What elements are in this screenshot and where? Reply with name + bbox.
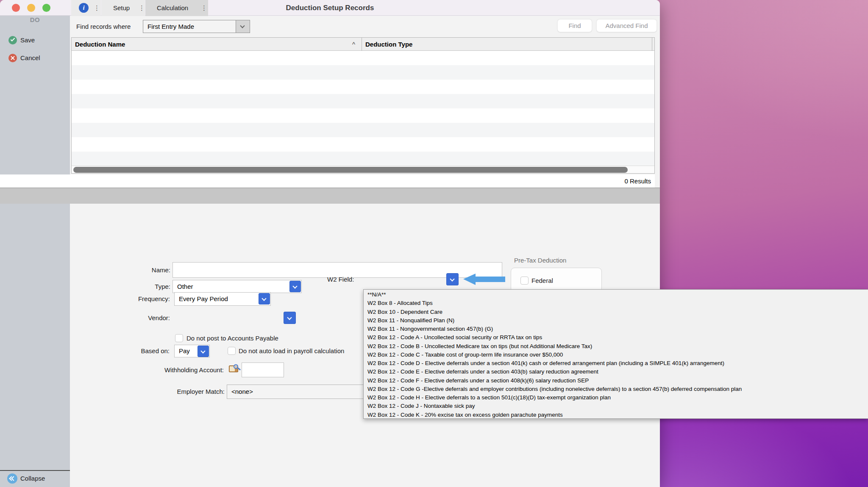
sidebar [0,16,70,487]
results-count: 0 Results [624,174,651,188]
type-chevron-down-icon[interactable] [289,281,301,292]
results-strip: 0 Results [0,174,655,188]
tab-info[interactable]: i ⋮ [71,0,101,16]
account-lookup-icon[interactable] [229,364,240,373]
withholding-account-input[interactable] [242,362,284,377]
tab-menu-icon[interactable]: ⋮ [201,0,207,16]
tab-bar [0,188,660,204]
find-records-where-label: Find records where [76,20,131,33]
w2-dropdown-option[interactable]: W2 Box 10 - Dependent Care [364,308,868,316]
save-check-icon[interactable] [8,36,17,44]
employer-match-label: Employer Match: [140,385,225,399]
info-icon[interactable]: i [79,3,89,13]
find-criteria-dropdown[interactable]: First Entry Made [143,20,250,33]
frequency-chevron-down-icon[interactable] [259,293,270,304]
frequency-label: Frequency: [119,292,170,306]
w2-dropdown-option[interactable]: W2 Box 8 - Allocated Tips [364,299,868,307]
withholding-account-label: Withholding Account: [139,362,224,377]
records-table: Deduction Name ^ Deduction Type [71,37,655,174]
w2-dropdown-option[interactable]: W2 Box 12 - Code A - Uncollected social … [364,333,868,342]
no-post-ap-label: Do not post to Accounts Payable [186,334,278,342]
collapse-button[interactable]: Collapse [20,474,45,483]
chevron-down-icon[interactable] [236,20,250,33]
horizontal-scrollbar[interactable] [72,166,654,173]
w2-dropdown-option[interactable]: W2 Box 12 - Code K - 20% excise tax on e… [364,411,868,419]
w2-dropdown-option[interactable]: W2 Box 12 - Code G -Elective deferrals a… [364,385,868,393]
table-body-empty [72,51,654,166]
advanced-find-button[interactable]: Advanced Find [596,19,657,32]
federal-checkbox[interactable] [520,277,529,285]
no-auto-load-label: Do not auto load in payroll calculation [239,347,344,355]
based-on-chevron-down-icon[interactable] [198,346,209,357]
w2-dropdown-option[interactable]: W2 Box 12 - Code D - Elective deferrals … [364,359,868,368]
type-dropdown[interactable]: Other [172,280,302,293]
w2-field-chevron-down-icon[interactable] [446,273,459,285]
w2-dropdown-option[interactable]: W2 Box 11 - Nonqualified Plan (N) [364,316,868,325]
w2-dropdown-option[interactable]: W2 Box 12 - Code E - Elective deferrals … [364,368,868,376]
find-criteria-value: First Entry Made [147,20,194,33]
tab-setup-label: Setup [113,0,130,16]
w2-dropdown-option[interactable]: W2 Box 12 - Code H - Elective deferrals … [364,393,868,402]
w2-dropdown-option[interactable]: W2 Box 12 - Code B - Uncollected Medicar… [364,342,868,351]
no-post-ap-checkbox[interactable] [175,334,183,342]
frequency-dropdown[interactable]: Every Pay Period [174,292,271,306]
tab-menu-icon[interactable]: ⋮ [94,0,100,16]
sort-ascending-icon[interactable]: ^ [352,38,355,51]
w2-dropdown-option[interactable]: W2 Box 12 - Code F - Elective deferrals … [364,376,868,385]
desktop-wallpaper: Deduction Setup Records DO Save Cancel C… [0,0,868,487]
tab-setup[interactable]: Setup ⋮ [101,0,145,16]
save-button[interactable]: Save [20,36,35,44]
based-on-label: Based on: [118,345,170,357]
w2-dropdown-option[interactable]: W2 Box 12 - Code C - Taxable cost of gro… [364,351,868,359]
type-label: Type: [127,280,170,293]
name-label: Name: [127,262,170,278]
pretax-section-label: Pre-Tax Deduction [514,257,566,264]
annotation-arrow-shaft [475,277,505,282]
w2-dropdown-option[interactable]: W2 Box 12 - Code J - Nontaxable sick pay [364,402,868,410]
horizontal-scrollbar-thumb[interactable] [73,167,628,173]
cancel-x-icon[interactable] [8,54,17,62]
w2-field-label: W2 Field: [327,273,361,285]
tab-menu-icon[interactable]: ⋮ [139,0,145,16]
w2-dropdown-option[interactable]: W2 Box 11 - Nongovernmental section 457(… [364,325,868,333]
w2-dropdown-option[interactable]: **N/A** [364,291,868,299]
vendor-label: Vendor: [119,312,170,324]
vendor-chevron-down-icon[interactable] [284,312,296,324]
column-header-deduction-name[interactable]: Deduction Name [75,38,125,51]
annotation-arrow-left-icon [463,274,476,285]
find-button[interactable]: Find [557,19,592,32]
w2-field-dropdown-list: **N/A**W2 Box 8 - Allocated TipsW2 Box 1… [363,289,868,419]
column-header-deduction-type[interactable]: Deduction Type [365,38,412,51]
tab-calculation-label: Calculation [157,0,188,16]
no-auto-load-checkbox[interactable] [228,347,236,355]
sidebar-group-label: DO [0,16,70,23]
cancel-button[interactable]: Cancel [20,54,40,62]
table-header-row: Deduction Name ^ Deduction Type [72,38,654,51]
tab-calculation[interactable]: Calculation ⋮ [145,0,208,16]
federal-label: Federal [531,277,553,285]
collapse-chevrons-icon[interactable] [7,473,17,484]
